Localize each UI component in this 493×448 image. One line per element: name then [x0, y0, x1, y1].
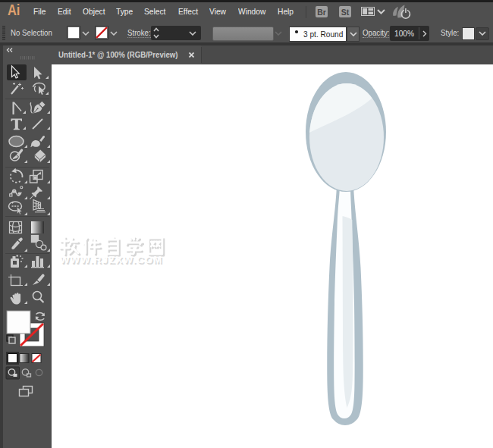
svg-text:St: St	[341, 8, 350, 17]
svg-text:Br: Br	[317, 8, 326, 17]
svg-text:WWW.RJZXW.COM: WWW.RJZXW.COM	[60, 254, 163, 265]
